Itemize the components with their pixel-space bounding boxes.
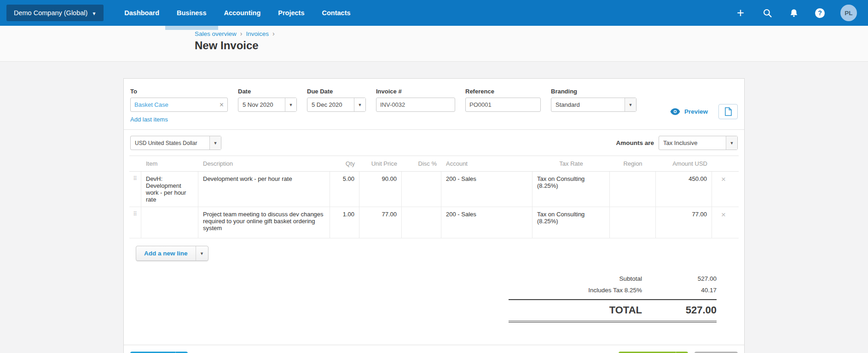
date-label: Date [238,88,297,95]
drag-handle-icon[interactable]: ⠿ [129,207,141,238]
cell-description[interactable]: Development work - per hour rate [198,172,330,207]
includes-tax-label: Includes Tax 8.25% [509,287,642,294]
add-new-line-button[interactable]: Add a new line ▼ [136,246,208,261]
page-title: New Invoice [195,39,868,52]
remove-row-icon[interactable]: × [721,210,726,219]
invoice-number-value: INV-0032 [380,101,451,108]
cell-description[interactable]: Project team meeting to discuss dev chan… [198,207,330,238]
reference-field[interactable]: PO0001 [465,98,541,112]
invoice-card: To Basket Case × Add last items Date 5 N… [123,78,745,353]
chevron-down-icon[interactable]: ▼ [354,98,365,111]
currency-value: USD United States Dollar [131,136,209,150]
subtotal-label: Subtotal [509,275,642,282]
add-last-items-link[interactable]: Add last items [130,116,228,123]
nav-item-projects[interactable]: Projects [269,0,313,26]
col-header-region: Region [610,156,656,171]
reference-label: Reference [465,88,541,95]
contact-value: Basket Case [134,101,217,108]
cell-amount: 450.00 [656,172,712,207]
breadcrumb-separator: › [240,30,243,37]
to-label: To [130,88,228,95]
includes-tax-value: 40.17 [642,287,717,294]
contact-field[interactable]: Basket Case × [130,98,228,112]
due-date-label: Due Date [307,88,366,95]
col-header-account: Account [441,156,532,171]
date-value: 5 Nov 2020 [238,98,285,111]
total-value: 527.00 [642,304,717,316]
branding-select[interactable]: Standard ▼ [551,98,637,112]
branding-value: Standard [551,98,625,111]
subtotal-value: 527.00 [642,275,717,282]
invoice-number-field[interactable]: INV-0032 [376,98,455,112]
top-nav: Demo Company (Global) ▼ Dashboard Busine… [0,0,868,26]
cell-item[interactable] [141,207,198,238]
due-date-value: 5 Dec 2020 [307,98,354,111]
branding-label: Branding [551,88,637,95]
col-header-qty: Qty [330,156,359,171]
clear-contact-icon[interactable]: × [217,101,224,109]
cell-region[interactable] [610,172,656,207]
table-header-row: Item Description Qty Unit Price Disc % A… [129,156,739,172]
cell-account[interactable]: 200 - Sales [441,172,532,207]
cell-amount: 77.00 [656,207,712,238]
total-label: TOTAL [509,304,642,316]
currency-row: USD United States Dollar ▼ Amounts are T… [129,130,739,156]
search-icon[interactable] [762,7,773,18]
breadcrumb-separator: › [272,30,275,37]
notifications-bell-icon[interactable] [788,7,799,18]
company-selector[interactable]: Demo Company (Global) ▼ [6,5,104,21]
breadcrumb: Sales overview › Invoices › [195,30,868,37]
chevron-down-icon[interactable]: ▼ [196,246,208,260]
chevron-down-icon[interactable]: ▼ [209,136,221,150]
document-preview-button[interactable] [718,104,738,119]
user-avatar[interactable]: PL [840,5,857,21]
cell-item[interactable]: DevH: Development work - per hour rate [141,172,198,207]
primary-nav: Dashboard Business Accounting Projects C… [116,0,359,26]
cell-tax-rate[interactable]: Tax on Consulting (8.25%) [532,172,610,207]
col-header-item: Item [141,156,198,171]
cell-region[interactable] [610,207,656,238]
eye-icon [670,108,680,115]
cell-disc[interactable] [402,207,441,238]
cell-tax-rate[interactable]: Tax on Consulting (8.25%) [532,207,610,238]
drag-handle-icon[interactable]: ⠿ [129,172,141,207]
preview-link[interactable]: Preview [684,108,708,115]
preview-group: Preview [670,88,738,123]
date-field[interactable]: 5 Nov 2020 ▼ [238,98,297,112]
cell-qty[interactable]: 1.00 [330,207,359,238]
col-header-description: Description [198,156,330,171]
chevron-down-icon[interactable]: ▼ [625,98,636,111]
nav-item-accounting[interactable]: Accounting [215,0,270,26]
nav-item-contacts[interactable]: Contacts [313,0,359,26]
chevron-down-icon[interactable]: ▼ [285,98,296,111]
currency-select[interactable]: USD United States Dollar ▼ [130,136,221,150]
line-items-table: Item Description Qty Unit Price Disc % A… [129,156,739,238]
amounts-are-value: Tax Inclusive [659,136,726,150]
cell-unit-price[interactable]: 90.00 [359,172,402,207]
col-header-amount: Amount USD [656,156,712,171]
cell-unit-price[interactable]: 77.00 [359,207,402,238]
table-row: ⠿ Project team meeting to discuss dev ch… [129,207,739,238]
nav-actions: + ? PL [735,5,862,21]
breadcrumb-invoices[interactable]: Invoices [246,30,269,37]
chevron-down-icon[interactable]: ▼ [726,136,737,150]
nav-item-business[interactable]: Business [168,0,215,26]
col-header-tax-rate: Tax Rate [532,156,610,171]
add-new-icon[interactable]: + [735,7,746,18]
amounts-are-select[interactable]: Tax Inclusive ▼ [659,136,738,150]
totals-section: Subtotal 527.00 Includes Tax 8.25% 40.17… [509,273,717,323]
col-header-unit-price: Unit Price [359,156,402,171]
cell-account[interactable]: 200 - Sales [441,207,532,238]
cell-qty[interactable]: 5.00 [330,172,359,207]
cell-disc[interactable] [402,172,441,207]
due-date-field[interactable]: 5 Dec 2020 ▼ [307,98,366,112]
help-icon[interactable]: ? [815,8,825,18]
document-page-icon [725,107,732,116]
chevron-down-icon: ▼ [92,11,96,16]
remove-row-icon[interactable]: × [721,175,726,184]
invoice-fields-row: To Basket Case × Add last items Date 5 N… [129,85,739,123]
nav-item-dashboard[interactable]: Dashboard [116,0,168,26]
add-new-line-label: Add a new line [136,246,196,260]
breadcrumb-sales-overview[interactable]: Sales overview [195,30,237,37]
col-header-disc: Disc % [402,156,441,171]
